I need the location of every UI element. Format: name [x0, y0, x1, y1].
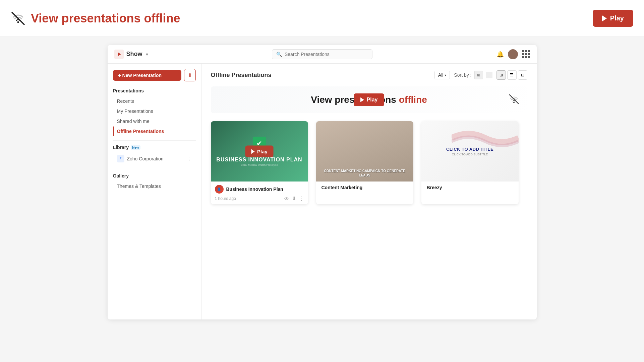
grid-view-button[interactable]: ⊞ — [496, 70, 506, 80]
sidebar: + New Presentation ⬆ Presentations Recen… — [108, 64, 201, 319]
grid-dots-icon[interactable] — [522, 50, 530, 58]
app-logo-text: Show — [126, 51, 142, 58]
keyboard-overlay-text: CONTENT MARKETING CAMPAIGN TO GENERATE L… — [320, 169, 409, 177]
card-more-icon[interactable]: ⋮ — [299, 196, 304, 202]
card-info-3: Breezy — [421, 182, 519, 193]
app-logo-icon — [114, 50, 124, 59]
sort-icon[interactable]: ⊞ — [474, 71, 483, 79]
chevron-down-icon: ▾ — [445, 73, 446, 77]
list-view-button[interactable]: ☰ — [507, 70, 517, 80]
bell-icon[interactable]: 🔔 — [496, 51, 504, 58]
card-brand-name: Cora — [216, 153, 302, 156]
sidebar-item-themes-templates[interactable]: Themes & Templates — [113, 181, 196, 191]
library-section-title: Library — [113, 145, 129, 150]
play-triangle-icon — [360, 97, 364, 102]
offline-banner: View presentations offline Play — [211, 86, 527, 113]
cards-grid: ✔ Cora BUSINESS INNOVATION PLAN Cora, Me… — [211, 121, 527, 204]
content-header: Offline Presentations All ▾ Sort by : ⊞ … — [211, 70, 527, 80]
click-to-add-subtitle: CLICK TO ADD SUBTITLE — [446, 153, 493, 156]
top-bar-left: View presentations offline — [11, 11, 180, 26]
brand-tag: Cora, Medical Watch Prototype — [216, 163, 302, 166]
sidebar-divider-2 — [113, 169, 196, 169]
avatar[interactable] — [508, 49, 518, 59]
app-logo[interactable]: Show ▾ — [114, 50, 148, 59]
sidebar-item-zoho-corporation[interactable]: Z Zoho Corporation ⋮ — [113, 153, 196, 165]
card-info-2: Content Marketing — [316, 182, 413, 193]
new-presentation-button[interactable]: + New Presentation — [113, 70, 181, 81]
more-options-icon[interactable]: ⋮ — [186, 156, 192, 162]
card-thumb-1: ✔ Cora BUSINESS INNOVATION PLAN Cora, Me… — [211, 121, 308, 182]
card-name-1: Business Innovation Plan — [226, 187, 283, 192]
presentations-section-title: Presentations — [113, 88, 196, 93]
view-toggle: ⊞ ☰ ⊟ — [496, 70, 527, 80]
app-header-actions: 🔔 — [496, 49, 530, 59]
card-view-icon[interactable]: 👁 — [284, 196, 289, 202]
sort-direction-icon[interactable]: ↓ — [486, 72, 492, 78]
content-header-right: All ▾ Sort by : ⊞ ↓ ⊞ ☰ ⊟ — [434, 70, 527, 80]
sidebar-divider-1 — [113, 140, 196, 141]
chevron-down-icon: ▾ — [146, 52, 148, 57]
click-to-add-title: CLICK TO ADD TITLE — [446, 147, 493, 152]
filter-all-dropdown[interactable]: All ▾ — [434, 71, 450, 79]
card-thumb-3: CLICK TO ADD TITLE CLICK TO ADD SUBTITLE — [421, 121, 519, 182]
new-presentation-row: + New Presentation ⬆ — [113, 69, 196, 81]
card-content-marketing[interactable]: CONTENT MARKETING CAMPAIGN TO GENERATE L… — [316, 121, 413, 204]
card-meta-2: Content Marketing — [320, 185, 409, 190]
sort-by-row: Sort by : ⊞ ↓ — [454, 71, 492, 79]
search-box[interactable]: 🔍 — [272, 49, 372, 59]
sidebar-item-shared-with-me[interactable]: Shared with me — [113, 116, 196, 126]
top-bar-title: View presentations offline — [31, 11, 180, 25]
sidebar-item-my-presentations[interactable]: My Presentations — [113, 106, 196, 116]
top-bar: View presentations offline Play — [0, 0, 644, 37]
library-new-badge: New — [131, 145, 140, 150]
sidebar-item-offline-presentations[interactable]: Offline Presentations — [113, 126, 196, 136]
sidebar-item-recents[interactable]: Recents — [113, 96, 196, 106]
card-breezy[interactable]: CLICK TO ADD TITLE CLICK TO ADD SUBTITLE… — [421, 121, 519, 204]
breezy-card-inner: CLICK TO ADD TITLE CLICK TO ADD SUBTITLE — [446, 147, 493, 156]
search-icon: 🔍 — [276, 52, 282, 57]
wifi-off-icon — [11, 11, 25, 26]
banner-play-button[interactable]: Play — [354, 93, 385, 106]
main-container: Show ▾ 🔍 🔔 — [0, 37, 644, 328]
upload-icon: ⬆ — [188, 72, 192, 78]
card-actions-1: 👁 ⬇ ⋮ — [284, 196, 304, 202]
card-meta-3: Breezy — [425, 185, 515, 190]
card-thumb-inner-1: ✔ Cora BUSINESS INNOVATION PLAN Cora, Me… — [216, 137, 302, 166]
breezy-wave-decoration — [452, 128, 519, 148]
card-thumb-2: CONTENT MARKETING CAMPAIGN TO GENERATE L… — [316, 121, 413, 182]
card-name-2: Content Marketing — [321, 185, 363, 190]
app-frame: Show ▾ 🔍 🔔 — [108, 45, 537, 319]
biz-title: BUSINESS INNOVATION PLAN — [216, 157, 302, 163]
card-time-1: 1 hours ago — [215, 196, 236, 201]
check-box-icon: ✔ — [253, 137, 266, 150]
card-info-1: 👤 Business Innovation Plan 1 hours ago 👁… — [211, 182, 308, 204]
app-header: Show ▾ 🔍 🔔 — [108, 45, 537, 64]
card-name-3: Breezy — [427, 185, 442, 190]
banner-wifi-icon — [509, 94, 519, 106]
card-download-icon[interactable]: ⬇ — [292, 196, 296, 202]
zoho-corp-left: Z Zoho Corporation — [117, 155, 164, 162]
card-footer-1: 1 hours ago 👁 ⬇ ⋮ — [215, 196, 304, 202]
page-title: Offline Presentations — [211, 72, 272, 79]
play-triangle-icon — [602, 15, 607, 21]
upload-button[interactable]: ⬆ — [184, 69, 196, 81]
app-body: + New Presentation ⬆ Presentations Recen… — [108, 64, 537, 319]
svg-point-1 — [17, 21, 19, 23]
zoho-corp-icon: Z — [117, 155, 124, 162]
search-input[interactable] — [285, 52, 368, 57]
main-content: Offline Presentations All ▾ Sort by : ⊞ … — [201, 64, 537, 319]
keyboard-placeholder: CONTENT MARKETING CAMPAIGN TO GENERATE L… — [316, 121, 413, 182]
gallery-section-title: Gallery — [113, 173, 196, 178]
play-button[interactable]: Play — [593, 10, 633, 27]
card-avatar-1: 👤 — [215, 185, 224, 194]
card-meta-1: 👤 Business Innovation Plan — [215, 185, 304, 194]
card-business-innovation[interactable]: ✔ Cora BUSINESS INNOVATION PLAN Cora, Me… — [211, 121, 308, 204]
chart-view-button[interactable]: ⊟ — [518, 70, 527, 80]
library-section-title-row: Library New — [113, 145, 196, 150]
svg-point-5 — [513, 102, 515, 103]
